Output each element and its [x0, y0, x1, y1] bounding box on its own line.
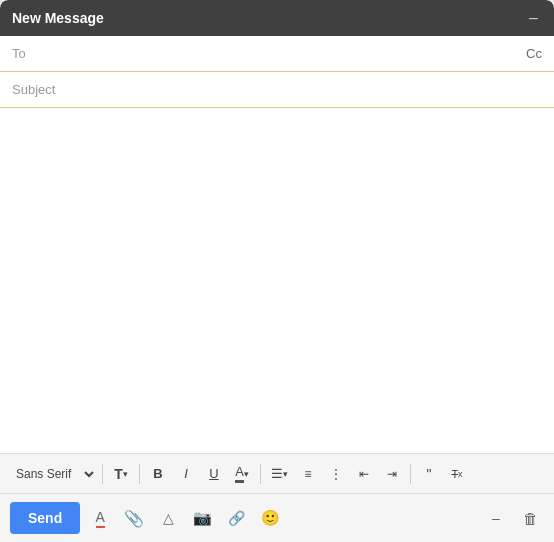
numbered-list-icon: ≡ — [304, 467, 311, 481]
subject-input[interactable] — [55, 82, 542, 97]
subject-label: Subject — [12, 82, 55, 97]
trash-icon: 🗑 — [523, 510, 538, 527]
indent-decrease-icon: ⇤ — [359, 467, 369, 481]
photo-button[interactable]: 📷 — [188, 504, 216, 532]
message-body[interactable] — [0, 108, 554, 453]
indent-increase-icon: ⇥ — [387, 467, 397, 481]
formatting-toolbar: Sans Serif Serif Fixed width T ▾ B I U A… — [0, 453, 554, 493]
text-size-button[interactable]: T ▾ — [108, 461, 134, 487]
font-color-button[interactable]: A ▾ — [229, 461, 255, 487]
subject-field-row: Subject — [0, 72, 554, 108]
title-bar: New Message – — [0, 0, 554, 36]
underline-button[interactable]: U — [201, 461, 227, 487]
compose-window: New Message – To Cc Subject Sans Serif S… — [0, 0, 554, 542]
photo-icon: 📷 — [193, 509, 212, 527]
text-size-icon: T — [114, 466, 123, 482]
minimize-compose-button[interactable]: – — [482, 504, 510, 532]
to-input[interactable] — [42, 46, 526, 61]
remove-formatting-sub: x — [458, 469, 463, 479]
quote-button[interactable]: " — [416, 461, 442, 487]
quote-icon: " — [427, 466, 432, 482]
emoji-button[interactable]: 🙂 — [256, 504, 284, 532]
discard-button[interactable]: 🗑 — [516, 504, 544, 532]
divider-3 — [260, 464, 261, 484]
emoji-icon: 🙂 — [261, 509, 280, 527]
bullet-list-icon: ⋮ — [330, 467, 342, 481]
compose-title: New Message — [12, 10, 104, 26]
minimize-compose-icon: – — [492, 510, 500, 526]
align-icon: ☰ — [271, 466, 283, 481]
to-field-row: To Cc — [0, 36, 554, 72]
remove-formatting-icon: T — [451, 468, 458, 480]
attach-icon: 📎 — [124, 509, 144, 528]
divider-2 — [139, 464, 140, 484]
font-color-icon: A — [235, 464, 244, 483]
bullet-list-button[interactable]: ⋮ — [323, 461, 349, 487]
italic-button[interactable]: I — [173, 461, 199, 487]
link-icon: 🔗 — [228, 510, 245, 526]
font-family-wrapper: Sans Serif Serif Fixed width — [8, 461, 97, 487]
divider-4 — [410, 464, 411, 484]
font-family-select[interactable]: Sans Serif Serif Fixed width — [8, 461, 97, 487]
drive-icon: △ — [163, 510, 174, 526]
attach-button[interactable]: 📎 — [120, 504, 148, 532]
minimize-button[interactable]: – — [525, 8, 542, 28]
send-button[interactable]: Send — [10, 502, 80, 534]
font-color-arrow: ▾ — [244, 469, 249, 479]
align-button[interactable]: ☰ ▾ — [266, 461, 293, 487]
to-label: To — [12, 46, 42, 61]
cc-button[interactable]: Cc — [526, 46, 542, 61]
bold-button[interactable]: B — [145, 461, 171, 487]
bottom-toolbar: Send A 📎 △ 📷 🔗 🙂 – — [0, 493, 554, 542]
align-arrow: ▾ — [283, 469, 288, 479]
numbered-list-button[interactable]: ≡ — [295, 461, 321, 487]
font-color-bottom-button[interactable]: A — [86, 504, 114, 532]
link-button[interactable]: 🔗 — [222, 504, 250, 532]
font-color-bottom-icon: A — [96, 509, 105, 528]
remove-formatting-button[interactable]: T x — [444, 461, 470, 487]
indent-increase-button[interactable]: ⇥ — [379, 461, 405, 487]
divider-1 — [102, 464, 103, 484]
title-bar-controls: – — [525, 8, 542, 28]
drive-button[interactable]: △ — [154, 504, 182, 532]
text-size-dropdown-arrow: ▾ — [123, 469, 128, 479]
indent-decrease-button[interactable]: ⇤ — [351, 461, 377, 487]
